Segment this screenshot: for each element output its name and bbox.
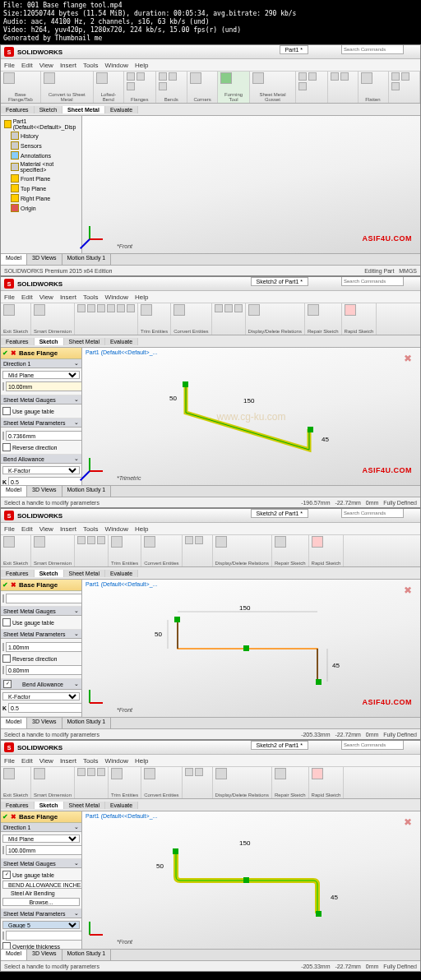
repair-icon[interactable] (275, 768, 286, 779)
circle-icon[interactable] (97, 536, 105, 544)
ba-type-select[interactable]: K-Factor (2, 692, 80, 700)
cancel-icon[interactable]: ✖ (11, 581, 16, 589)
tab-evaluate[interactable]: Evaluate (105, 106, 138, 113)
tab-sketch[interactable]: Sketch (35, 802, 64, 809)
menu-window[interactable]: Window (105, 757, 128, 765)
menu-help[interactable]: Help (135, 294, 148, 301)
convert-ent-icon[interactable] (173, 304, 185, 316)
document-tab[interactable]: Sketch2 of Part1 * (251, 277, 308, 286)
circle-icon[interactable] (97, 768, 105, 776)
section-smp[interactable]: Sheet Metal Parameters⌄ (1, 909, 81, 918)
tab-features[interactable]: Features (1, 338, 35, 345)
menu-tools[interactable]: Tools (83, 62, 99, 69)
tab-evaluate[interactable]: Evaluate (105, 338, 138, 345)
menu-edit[interactable]: Edit (21, 757, 33, 765)
end-condition-select[interactable]: Mid Plane (2, 371, 80, 379)
tree-top-plane[interactable]: Top Plane (2, 183, 80, 193)
menu-tools[interactable]: Tools (83, 757, 99, 765)
rapid-icon[interactable] (312, 536, 323, 548)
tab-features[interactable]: Features (1, 570, 35, 577)
edge-flange-icon[interactable] (127, 72, 135, 81)
convert-ent-icon[interactable] (144, 536, 155, 548)
smart-dim-icon[interactable] (34, 536, 45, 548)
section-smg[interactable]: Sheet Metal Gauges⌄ (1, 395, 81, 404)
gusset-icon[interactable] (252, 72, 264, 84)
fold-icon[interactable] (340, 72, 349, 81)
viewport[interactable]: Part1 (Default<<Default>_... ✖ 150 50 45 (82, 580, 420, 718)
tree-history[interactable]: History (2, 131, 80, 141)
menu-help[interactable]: Help (135, 62, 148, 69)
lofted-icon[interactable] (96, 72, 108, 84)
convert-ent-icon[interactable] (144, 768, 155, 779)
tree-annotations[interactable]: Annotations (2, 150, 80, 160)
cancel-icon[interactable]: ✖ (11, 349, 16, 357)
move-icon[interactable] (234, 304, 243, 312)
convert-icon[interactable] (44, 72, 55, 84)
repair-icon[interactable] (275, 536, 286, 548)
close-sketch-icon[interactable]: ✖ (404, 816, 412, 828)
relations-icon[interactable] (215, 536, 227, 548)
cross-break-icon[interactable] (159, 82, 167, 90)
menu-tools[interactable]: Tools (83, 525, 99, 533)
tree-origin[interactable]: Origin (2, 203, 80, 213)
rapid-icon[interactable] (312, 768, 323, 779)
use-gauge-checkbox[interactable]: ✓ (2, 871, 11, 879)
mirror-icon[interactable] (185, 768, 193, 776)
menu-view[interactable]: View (39, 62, 53, 69)
section-smp[interactable]: Sheet Metal Parameters⌄ (1, 418, 81, 428)
menu-view[interactable]: View (39, 294, 53, 301)
menu-help[interactable]: Help (135, 757, 148, 765)
no-bends-icon[interactable] (391, 72, 400, 81)
menu-window[interactable]: Window (105, 294, 128, 301)
gauge-table-select[interactable]: BEND ALLOWANCE INCHES SA (2, 881, 82, 889)
trim-icon[interactable] (141, 304, 152, 316)
viewport[interactable]: *Front ASIF4U.COM (82, 116, 420, 254)
menu-file[interactable]: File (4, 525, 15, 533)
tree-material[interactable]: Material <not specified> (2, 160, 80, 173)
viewport[interactable]: Part1 (Default<<Default>_... ✖ 50 150 45… (82, 348, 420, 486)
use-gauge-checkbox[interactable] (2, 407, 11, 415)
btab-model[interactable]: Model (1, 718, 27, 729)
reverse-checkbox[interactable] (2, 443, 11, 451)
pattern-icon[interactable] (195, 768, 203, 776)
search-commands-input[interactable] (341, 508, 404, 518)
viewport[interactable]: Part1 (Default<<Default>_... ✖ 150 50 45… (82, 811, 420, 950)
arc-icon[interactable] (107, 304, 115, 312)
rect-icon[interactable] (87, 536, 95, 544)
line-icon[interactable] (77, 768, 86, 776)
ba-checkbox[interactable]: ✓ (3, 680, 12, 688)
section-smg[interactable]: Sheet Metal Gauges⌄ (1, 607, 81, 616)
radius-input[interactable] (6, 665, 82, 675)
menu-insert[interactable]: Insert (60, 525, 76, 533)
btab-motion[interactable]: Motion Study 1 (62, 254, 112, 266)
flatten-icon[interactable] (361, 72, 372, 84)
menu-view[interactable]: View (39, 757, 53, 765)
ok-icon[interactable]: ✔ (2, 813, 8, 821)
btab-motion[interactable]: Motion Study 1 (62, 486, 112, 497)
section-smp[interactable]: Sheet Metal Parameters⌄ (1, 630, 81, 639)
btab-3dviews[interactable]: 3D Views (27, 254, 62, 266)
btab-model[interactable]: Model (1, 486, 27, 497)
menu-window[interactable]: Window (105, 525, 128, 533)
menu-file[interactable]: File (4, 294, 15, 301)
tab-sheet-metal[interactable]: Sheet Metal (64, 802, 105, 809)
tree-front-plane[interactable]: Front Plane (2, 173, 80, 183)
search-commands-input[interactable] (341, 740, 404, 750)
rip-icon[interactable] (401, 72, 409, 81)
thickness-input[interactable] (6, 431, 82, 441)
corners-icon[interactable] (190, 72, 201, 84)
tab-sketch[interactable]: Sketch (35, 106, 62, 113)
relations-icon[interactable] (248, 304, 260, 316)
repair-icon[interactable] (308, 304, 319, 316)
menu-insert[interactable]: Insert (60, 757, 76, 765)
btab-motion[interactable]: Motion Study 1 (62, 950, 112, 961)
spline-icon[interactable] (117, 304, 125, 312)
miter-icon[interactable] (136, 72, 145, 81)
vent-icon[interactable] (298, 82, 307, 90)
tab-sketch[interactable]: Sketch (35, 570, 64, 577)
search-commands-input[interactable] (341, 276, 404, 286)
menu-file[interactable]: File (4, 757, 15, 765)
smart-dim-icon[interactable] (34, 304, 45, 316)
relations-icon[interactable] (215, 768, 227, 779)
ok-icon[interactable]: ✔ (2, 581, 8, 589)
